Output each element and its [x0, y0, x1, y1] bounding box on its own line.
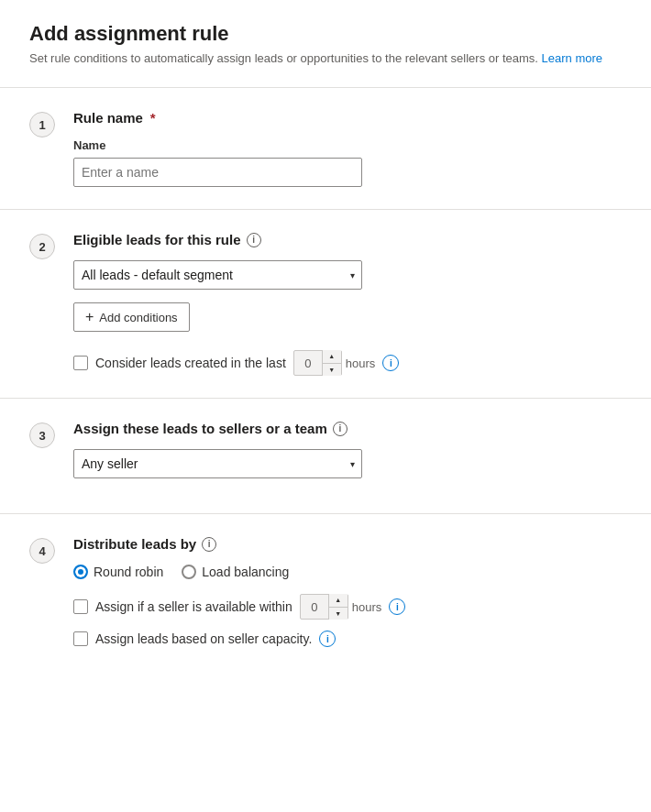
- section-number-3: 3: [29, 422, 55, 448]
- hours-label: hours: [346, 357, 376, 370]
- assign-leads-dropdown[interactable]: Any seller: [73, 449, 362, 478]
- availability-checkbox-row: Assign if a seller is available within 0…: [73, 594, 622, 620]
- hours-spinner: 0 ▲ ▼: [293, 350, 342, 376]
- eligible-leads-info-icon[interactable]: i: [247, 233, 261, 247]
- capacity-info-icon[interactable]: i: [319, 631, 336, 647]
- capacity-checkbox-row: Assign leads based on seller capacity. i: [73, 631, 622, 647]
- section-heading-3: Assign these leads to sellers or a team …: [73, 421, 622, 436]
- eligible-leads-dropdown-wrapper: All leads - default segment ▾: [73, 260, 362, 290]
- section-heading-4: Distribute leads by i: [73, 536, 622, 552]
- availability-hours-value: 0: [301, 600, 328, 614]
- load-balancing-radio[interactable]: [182, 565, 196, 579]
- section-content-4: Distribute leads by i Round robin Load b…: [73, 536, 622, 647]
- consider-leads-info-icon[interactable]: i: [382, 355, 399, 371]
- hours-spinner-wrapper: 0 ▲ ▼ hours: [293, 350, 376, 376]
- page-title: Add assignment rule: [29, 22, 622, 46]
- section-rule-name: 1 Rule name * Name: [29, 88, 622, 209]
- plus-icon: +: [85, 310, 94, 324]
- capacity-checkbox[interactable]: [73, 631, 88, 646]
- section-content-2: Eligible leads for this rule i All leads…: [73, 232, 622, 376]
- availability-hours-spinner-wrapper: 0 ▲ ▼ hours: [300, 594, 382, 620]
- eligible-leads-dropdown[interactable]: All leads - default segment: [73, 260, 362, 290]
- round-robin-option[interactable]: Round robin: [73, 565, 163, 579]
- consider-leads-checkbox-row: Consider leads created in the last 0 ▲ ▼…: [73, 350, 622, 376]
- availability-hours-spinner: 0 ▲ ▼: [300, 594, 348, 620]
- add-conditions-button[interactable]: + Add conditions: [73, 302, 190, 332]
- load-balancing-option[interactable]: Load balancing: [182, 565, 289, 579]
- availability-checkbox[interactable]: [73, 599, 88, 614]
- round-robin-label: Round robin: [94, 565, 163, 579]
- section-heading-2: Eligible leads for this rule i: [73, 232, 622, 247]
- section-heading-1: Rule name *: [73, 110, 622, 126]
- section-distribute-leads: 4 Distribute leads by i Round robin Load…: [29, 514, 622, 669]
- learn-more-link[interactable]: Learn more: [542, 51, 602, 65]
- distribute-radio-group: Round robin Load balancing: [73, 565, 622, 579]
- assign-leads-info-icon[interactable]: i: [333, 422, 348, 436]
- spinner-down-arrow[interactable]: ▼: [323, 364, 341, 377]
- section-content-3: Assign these leads to sellers or a team …: [73, 421, 622, 491]
- consider-leads-checkbox[interactable]: [73, 356, 88, 370]
- spinner-up-arrow[interactable]: ▲: [323, 350, 341, 364]
- required-star: *: [150, 110, 156, 126]
- consider-leads-label: Consider leads created in the last: [95, 356, 286, 370]
- section-number-2: 2: [29, 234, 55, 259]
- section-eligible-leads: 2 Eligible leads for this rule i All lea…: [29, 210, 622, 398]
- round-robin-radio[interactable]: [73, 565, 88, 579]
- load-balancing-label: Load balancing: [202, 565, 289, 579]
- assign-leads-dropdown-wrapper: Any seller ▾: [73, 449, 362, 478]
- availability-label: Assign if a seller is available within: [95, 599, 292, 614]
- page-subtitle: Set rule conditions to automatically ass…: [29, 51, 622, 65]
- distribute-leads-info-icon[interactable]: i: [202, 537, 216, 552]
- availability-spinner-down[interactable]: ▼: [329, 608, 348, 620]
- section-content-1: Rule name * Name: [73, 110, 622, 187]
- spinner-arrows: ▲ ▼: [322, 350, 341, 376]
- section-assign-leads: 3 Assign these leads to sellers or a tea…: [29, 399, 622, 513]
- rule-name-input[interactable]: [73, 158, 362, 187]
- availability-hours-label: hours: [352, 600, 382, 614]
- availability-info-icon[interactable]: i: [389, 598, 405, 615]
- page-container: Add assignment rule Set rule conditions …: [0, 0, 651, 691]
- availability-spinner-up[interactable]: ▲: [329, 594, 348, 608]
- availability-spinner-arrows: ▲ ▼: [328, 594, 348, 620]
- capacity-label: Assign leads based on seller capacity.: [95, 631, 312, 646]
- section-number-4: 4: [29, 538, 55, 564]
- section-number-1: 1: [29, 112, 55, 137]
- hours-value: 0: [294, 357, 322, 370]
- name-field-label: Name: [73, 138, 622, 152]
